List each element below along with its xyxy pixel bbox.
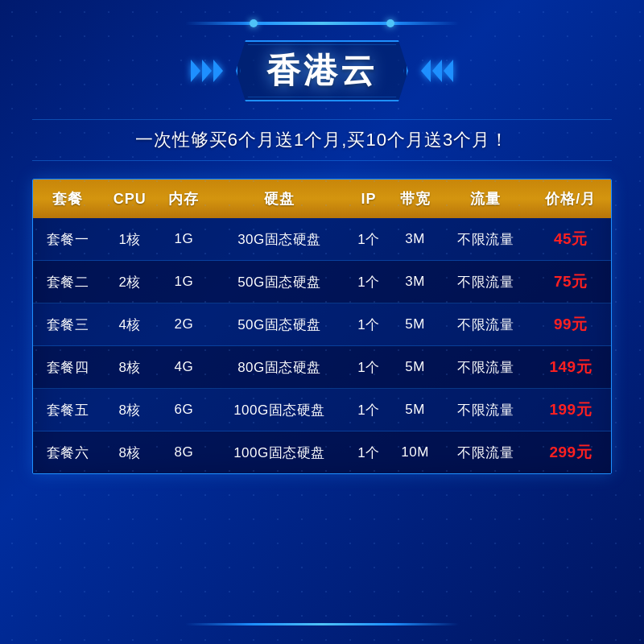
col-header-ip: IP xyxy=(349,180,389,218)
cell-traffic: 不限流量 xyxy=(441,346,530,389)
table-row: 套餐五8核6G100G固态硬盘1个5M不限流量199元 xyxy=(33,389,611,431)
title-box: 香港云 xyxy=(236,40,408,101)
cell-ip: 1个 xyxy=(349,303,389,346)
table-row: 套餐二2核1G50G固态硬盘1个3M不限流量75元 xyxy=(33,261,611,303)
cell-memory: 1G xyxy=(158,261,210,303)
table-header-row: 套餐 CPU 内存 硬盘 IP 带宽 流量 价格/月 xyxy=(33,180,611,218)
cell-cpu: 1核 xyxy=(102,218,158,261)
pricing-table-container: 套餐 CPU 内存 硬盘 IP 带宽 流量 价格/月 套餐一1核1G30G固态硬… xyxy=(32,179,612,474)
cell-traffic: 不限流量 xyxy=(441,218,530,261)
table-row: 套餐三4核2G50G固态硬盘1个5M不限流量99元 xyxy=(33,303,611,346)
page-title: 香港云 xyxy=(266,52,378,89)
cell-plan: 套餐一 xyxy=(33,218,102,261)
cell-cpu: 2核 xyxy=(102,261,158,303)
cell-memory: 2G xyxy=(158,303,210,346)
cell-bandwidth: 3M xyxy=(389,261,441,303)
cell-plan: 套餐五 xyxy=(33,389,102,431)
cell-plan: 套餐二 xyxy=(33,261,102,303)
cell-plan: 套餐四 xyxy=(33,346,102,389)
col-header-cpu: CPU xyxy=(102,180,158,218)
right-chevrons-icon xyxy=(421,60,453,82)
table-row: 套餐六8核8G100G固态硬盘1个10M不限流量299元 xyxy=(33,431,611,474)
table-row: 套餐一1核1G30G固态硬盘1个3M不限流量45元 xyxy=(33,218,611,261)
col-header-disk: 硬盘 xyxy=(210,180,349,218)
cell-price: 75元 xyxy=(530,261,612,303)
cell-price: 199元 xyxy=(530,389,612,431)
cell-cpu: 8核 xyxy=(102,389,158,431)
col-header-memory: 内存 xyxy=(158,180,210,218)
col-header-bandwidth: 带宽 xyxy=(389,180,441,218)
col-header-traffic: 流量 xyxy=(441,180,530,218)
col-header-plan: 套餐 xyxy=(33,180,102,218)
cell-disk: 80G固态硬盘 xyxy=(210,346,349,389)
cell-price: 45元 xyxy=(530,218,612,261)
cell-disk: 50G固态硬盘 xyxy=(210,303,349,346)
cell-traffic: 不限流量 xyxy=(441,261,530,303)
cell-cpu: 8核 xyxy=(102,431,158,474)
cell-disk: 100G固态硬盘 xyxy=(210,431,349,474)
subtitle-text: 一次性够买6个月送1个月,买10个月送3个月！ xyxy=(135,130,509,150)
cell-memory: 4G xyxy=(158,346,210,389)
cell-cpu: 8核 xyxy=(102,346,158,389)
cell-plan: 套餐六 xyxy=(33,431,102,474)
cell-price: 149元 xyxy=(530,346,612,389)
subtitle-bar: 一次性够买6个月送1个月,买10个月送3个月！ xyxy=(32,119,612,161)
cell-cpu: 4核 xyxy=(102,303,158,346)
cell-price: 99元 xyxy=(530,303,612,346)
pricing-table: 套餐 CPU 内存 硬盘 IP 带宽 流量 价格/月 套餐一1核1G30G固态硬… xyxy=(33,180,611,473)
cell-ip: 1个 xyxy=(349,346,389,389)
title-section: 香港云 xyxy=(0,40,644,101)
cell-ip: 1个 xyxy=(349,218,389,261)
cell-bandwidth: 5M xyxy=(389,303,441,346)
cell-disk: 30G固态硬盘 xyxy=(210,218,349,261)
cell-disk: 50G固态硬盘 xyxy=(210,261,349,303)
cell-bandwidth: 3M xyxy=(389,218,441,261)
cell-plan: 套餐三 xyxy=(33,303,102,346)
cell-memory: 8G xyxy=(158,431,210,474)
cell-ip: 1个 xyxy=(349,261,389,303)
cell-disk: 100G固态硬盘 xyxy=(210,389,349,431)
cell-traffic: 不限流量 xyxy=(441,431,530,474)
cell-traffic: 不限流量 xyxy=(441,303,530,346)
bottom-decoration xyxy=(185,617,459,631)
table-row: 套餐四8核4G80G固态硬盘1个5M不限流量149元 xyxy=(33,346,611,389)
cell-bandwidth: 10M xyxy=(389,431,441,474)
cell-memory: 1G xyxy=(158,218,210,261)
cell-ip: 1个 xyxy=(349,389,389,431)
cell-ip: 1个 xyxy=(349,431,389,474)
cell-memory: 6G xyxy=(158,389,210,431)
cell-price: 299元 xyxy=(530,431,612,474)
left-chevrons-icon xyxy=(191,60,223,82)
col-header-price: 价格/月 xyxy=(530,180,612,218)
top-decoration xyxy=(185,14,459,32)
cell-bandwidth: 5M xyxy=(389,389,441,431)
cell-bandwidth: 5M xyxy=(389,346,441,389)
cell-traffic: 不限流量 xyxy=(441,389,530,431)
